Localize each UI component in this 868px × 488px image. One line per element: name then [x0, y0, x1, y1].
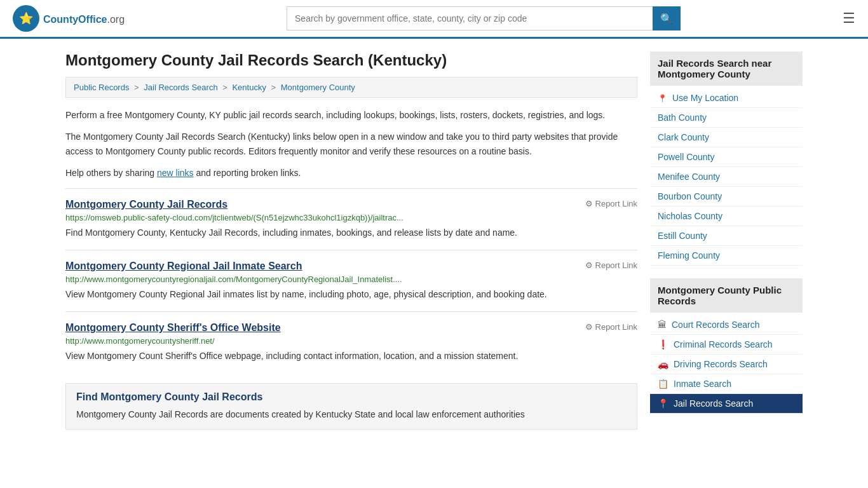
criminal-icon: ❗ — [658, 339, 668, 349]
report-link-3[interactable]: ⚙ Report Link — [585, 322, 637, 332]
page-title: Montgomery County Jail Records Search (K… — [65, 51, 637, 69]
inmate-icon: 📋 — [658, 379, 668, 389]
breadcrumb-montgomery[interactable]: Montgomery County — [281, 83, 355, 92]
public-records-jail[interactable]: 📍 Jail Records Search — [650, 394, 803, 414]
public-records-title: Montgomery County Public Records — [650, 278, 803, 313]
result-desc-1: Find Montgomery County, Kentucky Jail Re… — [65, 226, 637, 240]
logo-area: ⭐ CountyOffice.org — [13, 5, 125, 32]
nearby-menifee[interactable]: Menifee County — [650, 167, 803, 187]
search-input[interactable] — [287, 6, 653, 30]
breadcrumb: Public Records > Jail Records Search > K… — [65, 77, 637, 98]
logo-icon: ⭐ — [13, 5, 39, 32]
result-header-3: Montgomery County Sheriff's Office Websi… — [65, 322, 637, 334]
nearby-estill[interactable]: Estill County — [650, 226, 803, 246]
header: ⭐ CountyOffice.org 🔍 ☰ — [0, 0, 868, 39]
description-1: Perform a free Montgomery County, KY pub… — [65, 108, 637, 122]
result-desc-3: View Montgomery Count Sheriff's Office w… — [65, 349, 637, 363]
public-records-section: Montgomery County Public Records 🏛 Court… — [650, 278, 803, 414]
find-section-title: Find Montgomery County Jail Records — [76, 391, 627, 403]
result-title-2[interactable]: Montgomery County Regional Jail Inmate S… — [65, 261, 302, 272]
new-links-link[interactable]: new links — [157, 168, 194, 178]
result-url-1: https://omsweb.public-safety-cloud.com/j… — [65, 213, 637, 222]
nearby-clark[interactable]: Clark County — [650, 128, 803, 147]
result-item-1: Montgomery County Jail Records ⚙ Report … — [65, 188, 637, 250]
main-container: Montgomery County Jail Records Search (K… — [53, 39, 815, 442]
public-records-criminal[interactable]: ❗ Criminal Records Search — [650, 335, 803, 355]
nearby-bath[interactable]: Bath County — [650, 108, 803, 128]
result-item-3: Montgomery County Sheriff's Office Websi… — [65, 311, 637, 373]
driving-icon: 🚗 — [658, 359, 668, 369]
breadcrumb-public-records[interactable]: Public Records — [74, 83, 129, 92]
public-records-inmate[interactable]: 📋 Inmate Search — [650, 374, 803, 394]
result-title-3[interactable]: Montgomery County Sheriff's Office Websi… — [65, 322, 281, 334]
nearby-section: Jail Records Search near Montgomery Coun… — [650, 51, 803, 266]
result-header-1: Montgomery County Jail Records ⚙ Report … — [65, 199, 637, 210]
breadcrumb-jail-records[interactable]: Jail Records Search — [144, 83, 217, 92]
menu-icon[interactable]: ☰ — [843, 10, 855, 27]
result-item-2: Montgomery County Regional Jail Inmate S… — [65, 250, 637, 311]
find-section: Find Montgomery County Jail Records Mont… — [65, 383, 637, 430]
result-header-2: Montgomery County Regional Jail Inmate S… — [65, 261, 637, 272]
use-my-location-link[interactable]: Use My Location — [672, 93, 738, 103]
report-link-1[interactable]: ⚙ Report Link — [585, 199, 637, 208]
logo-text: CountyOffice.org — [43, 11, 125, 26]
description-2: The Montgomery County Jail Records Searc… — [65, 130, 637, 158]
public-records-court[interactable]: 🏛 Court Records Search — [650, 315, 803, 335]
search-bar: 🔍 — [287, 6, 681, 30]
nearby-powell[interactable]: Powell County — [650, 147, 803, 167]
content: Montgomery County Jail Records Search (K… — [65, 51, 637, 430]
court-icon: 🏛 — [658, 320, 667, 330]
search-button[interactable]: 🔍 — [653, 6, 681, 30]
report-link-2[interactable]: ⚙ Report Link — [585, 261, 637, 270]
find-section-text: Montgomery County Jail Records are docum… — [76, 408, 627, 421]
jail-icon: 📍 — [658, 398, 668, 409]
result-url-2: http://www.montgomerycountyregionaljail.… — [65, 274, 637, 284]
sidebar: Jail Records Search near Montgomery Coun… — [650, 51, 803, 430]
result-url-3: http://www.montgomerycountysheriff.net/ — [65, 336, 637, 346]
nearby-fleming[interactable]: Fleming County — [650, 246, 803, 266]
description-3: Help others by sharing new links and rep… — [65, 166, 637, 180]
breadcrumb-kentucky[interactable]: Kentucky — [232, 83, 266, 92]
result-desc-2: View Montgomery County Regional Jail inm… — [65, 288, 637, 301]
public-records-driving[interactable]: 🚗 Driving Records Search — [650, 355, 803, 374]
nearby-nicholas[interactable]: Nicholas County — [650, 207, 803, 226]
use-my-location[interactable]: Use My Location — [650, 88, 803, 108]
nearby-title: Jail Records Search near Montgomery Coun… — [650, 51, 803, 86]
nearby-bourbon[interactable]: Bourbon County — [650, 187, 803, 207]
result-title-1[interactable]: Montgomery County Jail Records — [65, 199, 227, 210]
